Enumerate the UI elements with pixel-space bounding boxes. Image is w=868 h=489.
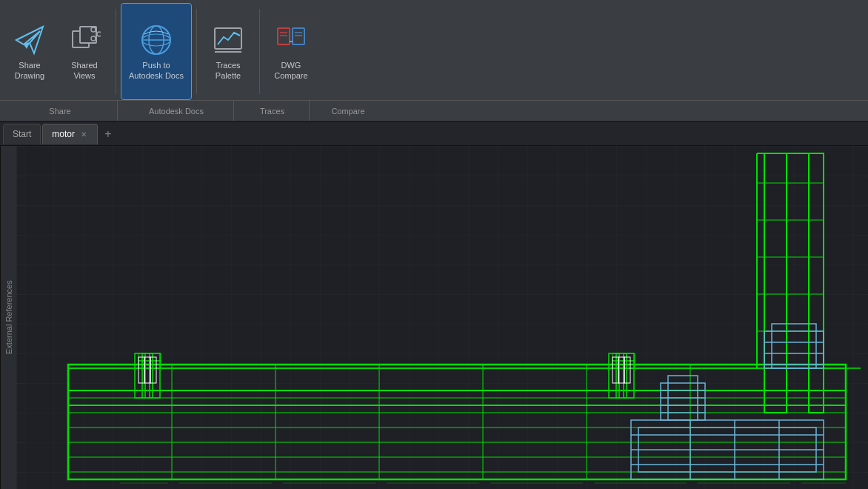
motor-tab[interactable]: motor ✕ bbox=[42, 124, 98, 144]
cad-drawing bbox=[16, 146, 868, 489]
share-drawing-label: ShareDrawing bbox=[15, 61, 44, 80]
share-group-label: Share bbox=[3, 101, 118, 121]
svg-rect-17 bbox=[293, 28, 304, 44]
start-tab-label: Start bbox=[13, 129, 31, 139]
push-autodesk-docs-label: Push toAutodesk Docs bbox=[129, 61, 184, 80]
autodesk-globe-icon bbox=[138, 22, 174, 58]
dwg-compare-icon bbox=[273, 22, 309, 58]
ribbon-tools: ShareDrawing SharedViews bbox=[0, 0, 868, 100]
paper-plane-icon bbox=[12, 22, 47, 58]
motor-tab-label: motor bbox=[52, 129, 75, 139]
external-references-label: External References bbox=[4, 281, 13, 355]
svg-rect-14 bbox=[215, 28, 241, 49]
drawing-canvas[interactable] bbox=[16, 146, 868, 489]
traces-palette-button[interactable]: TracesPalette bbox=[201, 3, 255, 100]
ribbon: ShareDrawing SharedViews bbox=[0, 0, 868, 122]
shared-views-label: SharedViews bbox=[71, 61, 97, 80]
motor-tab-close[interactable]: ✕ bbox=[79, 129, 88, 140]
share-drawing-button[interactable]: ShareDrawing bbox=[3, 3, 56, 100]
traces-palette-icon bbox=[210, 22, 246, 58]
shared-views-button[interactable]: SharedViews bbox=[58, 3, 111, 100]
push-autodesk-docs-button[interactable]: Push toAutodesk Docs bbox=[121, 3, 192, 100]
add-tab-button[interactable]: + bbox=[99, 125, 117, 143]
divider-2 bbox=[196, 9, 197, 94]
ribbon-group-labels: Share Autodesk Docs Traces Compare bbox=[0, 100, 868, 121]
divider-1 bbox=[116, 9, 116, 94]
dwg-compare-label: DWGCompare bbox=[274, 61, 307, 80]
svg-rect-16 bbox=[278, 28, 290, 44]
dwg-compare-button[interactable]: DWGCompare bbox=[264, 3, 318, 100]
svg-point-6 bbox=[97, 32, 101, 36]
tabs-bar: Start motor ✕ + bbox=[0, 122, 868, 146]
start-tab[interactable]: Start bbox=[3, 124, 41, 144]
external-references-panel[interactable]: External References bbox=[0, 146, 16, 489]
svg-marker-0 bbox=[16, 27, 43, 53]
divider-3 bbox=[259, 9, 260, 94]
compare-group-label: Compare bbox=[311, 101, 385, 121]
shared-views-icon bbox=[67, 22, 102, 58]
autodesk-docs-group-label: Autodesk Docs bbox=[119, 101, 234, 121]
traces-group-label: Traces bbox=[236, 101, 310, 121]
main-area: External References bbox=[0, 146, 868, 489]
traces-palette-label: TracesPalette bbox=[216, 61, 241, 80]
